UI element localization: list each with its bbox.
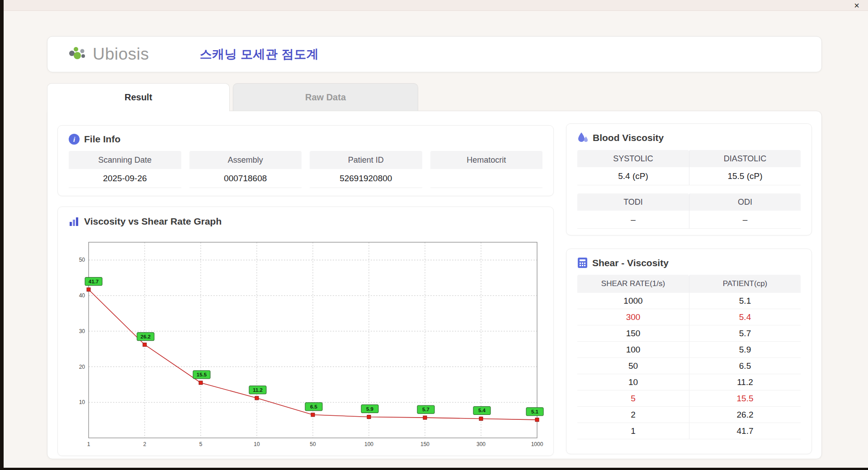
cell-shear-rate: 1 <box>577 423 689 439</box>
data-point-label: 15.5 <box>197 372 207 377</box>
file-info-title: i File Info <box>69 134 542 145</box>
field-label: Assembly <box>189 151 302 169</box>
y-axis-tick-label: 10 <box>79 399 85 405</box>
y-axis-tick-label: 40 <box>79 292 85 299</box>
right-column: Blood Viscosity SYSTOLIC DIASTOLIC 5.4 (… <box>566 123 812 454</box>
cell-patient: 26.2 <box>689 407 801 423</box>
bv-value: – <box>689 211 801 229</box>
data-point-label: 6.5 <box>310 404 318 409</box>
graph-panel: Viscosity vs Shear Rate Graph 1020304050… <box>57 207 554 456</box>
bar-chart-icon <box>69 216 80 227</box>
data-point-label: 5.7 <box>422 407 429 412</box>
screen-edge-bottom <box>0 468 868 470</box>
data-point-label: 11.2 <box>253 387 263 393</box>
bv-grid-pressure: SYSTOLIC DIASTOLIC 5.4 (cP) 15.5 (cP) <box>577 150 801 185</box>
table-row: 150 5.7 <box>577 325 801 342</box>
y-axis-tick-label: 50 <box>79 257 85 263</box>
field-scanning-date: Scanning Date 2025-09-26 <box>69 151 181 188</box>
table-row: 10 11.2 <box>577 374 801 390</box>
graph-title: Viscosity vs Shear Rate Graph <box>69 216 542 227</box>
cell-shear-rate: 1000 <box>577 293 689 309</box>
x-axis-tick-label: 5 <box>199 441 203 447</box>
bv-header: TODI <box>577 193 689 211</box>
y-axis-tick-label: 20 <box>79 364 85 370</box>
field-assembly: Assembly 000718608 <box>189 151 302 188</box>
tab-bar: Result Raw Data <box>47 83 418 111</box>
graph-title-text: Viscosity vs Shear Rate Graph <box>84 216 222 227</box>
data-point-label: 5.1 <box>531 409 539 414</box>
bv-value: 5.4 (cP) <box>577 167 689 185</box>
field-value: 2025-09-26 <box>69 169 181 188</box>
blood-viscosity-panel: Blood Viscosity SYSTOLIC DIASTOLIC 5.4 (… <box>566 123 812 235</box>
column-header-patient: PATIENT(cp) <box>689 275 801 293</box>
water-drops-icon <box>577 132 588 144</box>
app-header: Ubiosis 스캐닝 모세관 점도계 <box>47 36 822 72</box>
cell-patient: 5.7 <box>689 325 801 342</box>
cell-patient: 5.4 <box>689 309 801 325</box>
x-axis-tick-label: 1 <box>87 441 90 447</box>
cell-shear-rate: 50 <box>577 358 689 374</box>
shear-viscosity-title: Shear - Viscosity <box>577 257 801 268</box>
field-value: 000718608 <box>189 169 302 188</box>
cell-shear-rate: 10 <box>577 374 689 390</box>
x-axis-tick-label: 2 <box>143 441 146 447</box>
bv-header: ODI <box>689 193 801 211</box>
data-point-marker <box>199 381 203 385</box>
bv-grid-indices: TODI ODI – – <box>577 193 801 229</box>
data-point-label: 5.9 <box>366 406 373 412</box>
page-title: 스캐닝 모세관 점도계 <box>200 46 319 62</box>
brand-name: Ubiosis <box>93 45 149 64</box>
data-point-marker <box>143 343 146 347</box>
field-patient-id: Patient ID 52691920800 <box>310 151 422 188</box>
file-info-panel: i File Info Scanning Date 2025-09-26 Ass… <box>57 125 554 196</box>
table-row: 50 6.5 <box>577 358 801 374</box>
window-titlebar <box>0 0 868 11</box>
y-axis-tick-label: 30 <box>79 328 85 334</box>
data-point-marker <box>479 417 483 420</box>
viscosity-chart: 10203040501251050100150300100041.726.215… <box>69 233 548 452</box>
cell-shear-rate: 150 <box>577 325 689 342</box>
data-point-marker <box>423 416 427 419</box>
cell-patient: 15.5 <box>689 390 801 407</box>
data-point-label: 41.7 <box>89 279 99 284</box>
bv-value: 15.5 (cP) <box>689 167 801 185</box>
main-content: i File Info Scanning Date 2025-09-26 Ass… <box>47 111 822 459</box>
x-axis-tick-label: 150 <box>420 441 429 447</box>
table-row: 2 26.2 <box>577 407 801 423</box>
x-axis-tick-label: 100 <box>364 441 373 447</box>
tab-result[interactable]: Result <box>47 83 230 111</box>
bv-header: SYSTOLIC <box>577 150 689 167</box>
screen-edge-left <box>0 0 4 470</box>
calculator-icon <box>577 257 588 268</box>
file-info-title-text: File Info <box>84 134 121 145</box>
cell-patient: 5.9 <box>689 342 801 358</box>
x-axis-tick-label: 50 <box>310 441 316 447</box>
data-point-marker <box>255 396 259 400</box>
close-button[interactable]: × <box>851 0 863 10</box>
tab-raw-data[interactable]: Raw Data <box>233 83 418 111</box>
column-header-shear-rate: SHEAR RATE(1/s) <box>577 275 689 293</box>
field-label: Scanning Date <box>69 151 181 169</box>
cell-shear-rate: 100 <box>577 342 689 358</box>
cell-patient: 6.5 <box>689 358 801 374</box>
data-point-label: 5.4 <box>478 408 486 413</box>
data-point-marker <box>535 418 539 422</box>
file-info-fields: Scanning Date 2025-09-26 Assembly 000718… <box>69 151 542 188</box>
info-icon: i <box>69 134 80 145</box>
ubiosis-logo-icon <box>69 46 89 63</box>
x-axis-tick-label: 10 <box>254 441 260 447</box>
table-header-row: SHEAR RATE(1/s) PATIENT(cp) <box>577 275 801 293</box>
table-row: 5 15.5 <box>577 390 801 407</box>
blood-viscosity-title: Blood Viscosity <box>577 132 801 144</box>
table-row: 100 5.9 <box>577 342 801 358</box>
shear-viscosity-table: SHEAR RATE(1/s) PATIENT(cp) 1000 5.1 300… <box>577 275 801 439</box>
table-row: 300 5.4 <box>577 309 801 325</box>
table-row: 1000 5.1 <box>577 293 801 309</box>
shear-viscosity-title-text: Shear - Viscosity <box>592 258 669 268</box>
cell-patient: 11.2 <box>689 374 801 390</box>
x-axis-tick-label: 300 <box>476 441 486 447</box>
cell-patient: 5.1 <box>689 293 801 309</box>
cell-shear-rate: 300 <box>577 309 689 325</box>
data-point-label: 26.2 <box>141 334 151 339</box>
data-point-marker <box>367 415 371 419</box>
